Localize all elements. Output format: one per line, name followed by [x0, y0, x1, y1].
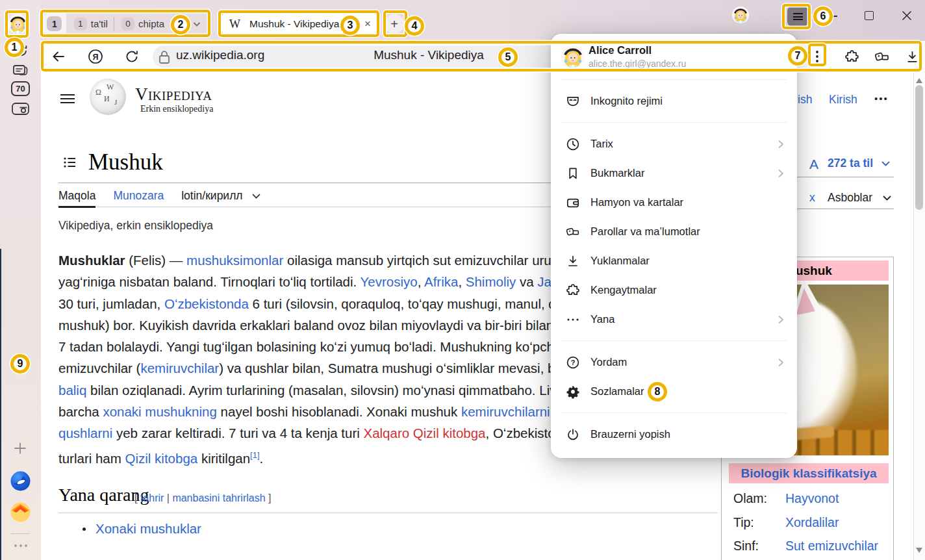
kebab-menu-icon[interactable]	[811, 48, 823, 65]
list-bullet	[82, 528, 86, 531]
profile-avatar[interactable]	[561, 45, 585, 69]
chevron-down-icon[interactable]	[192, 19, 202, 29]
article-link[interactable]: Xalqaro Qizil kitobga	[363, 426, 485, 440]
tab-group-segments[interactable]: 1ta'til0chipta	[66, 17, 164, 31]
tools-link-clipped[interactable]: x	[809, 191, 815, 205]
callout-number-5: 5	[498, 47, 518, 67]
segment-count: 1	[74, 18, 87, 31]
tab-maqola[interactable]: Maqola	[58, 189, 95, 203]
classification-value-link[interactable]: Hayvonot	[785, 491, 839, 506]
menu-item-label: Tarix	[590, 138, 775, 150]
tab-counter-badge[interactable]: 70	[11, 81, 30, 96]
toc-icon[interactable]	[64, 157, 75, 168]
tab-group-segment[interactable]: 0chipta	[121, 18, 164, 31]
chevron-down-icon[interactable]	[251, 193, 261, 199]
classification-label: Tip:	[733, 515, 754, 530]
svg-text:Я: Я	[93, 53, 99, 62]
feed-icon[interactable]	[12, 62, 29, 78]
menu-item-incognito[interactable]: Inkognito rejimi	[551, 86, 797, 116]
menu-items: Inkognito rejimiTarixBukmarklarHamyon va…	[551, 86, 797, 449]
browser-menu-button[interactable]	[787, 6, 808, 27]
menu-item-extensions[interactable]: Kengaytmalar	[551, 275, 797, 305]
wiki-more-icon[interactable]: •••	[874, 93, 889, 104]
menu-item-downloads[interactable]: Yuklanmalar	[551, 246, 797, 275]
sidebar-profile-avatar[interactable]	[8, 13, 28, 35]
classification-value-link[interactable]: Sut emizuvchilar	[785, 539, 878, 554]
menu-item-passwords[interactable]: Parollar va ma’lumotlar	[551, 217, 797, 246]
bracket: ]	[266, 492, 272, 503]
yandex-browser-logo[interactable]	[10, 471, 31, 491]
downloads-icon[interactable]	[904, 49, 920, 65]
edit-source-link[interactable]: manbasini tahrirlash	[172, 492, 265, 503]
tab-group-segment[interactable]: 1ta'til	[74, 18, 108, 31]
pinned-tab-chip[interactable]: 1	[43, 12, 66, 35]
menu-item-bookmarks[interactable]: Bukmarklar	[551, 159, 797, 188]
article-link[interactable]: kemiruvchilar	[140, 361, 219, 375]
menu-item-label: Bukmarklar	[590, 167, 775, 179]
article-link[interactable]: [1]	[250, 450, 259, 460]
callout-number-4: 4	[405, 16, 424, 36]
back-icon[interactable]	[50, 48, 67, 65]
article-link[interactable]: Afrika	[424, 274, 458, 289]
account-link-clipped[interactable]: ish	[798, 93, 812, 107]
article-link[interactable]: kemiruvchilarni	[461, 404, 550, 419]
close-button[interactable]	[901, 10, 913, 21]
article-link[interactable]: Yevrosiyo	[361, 274, 418, 289]
sidebar-add-icon[interactable]	[13, 441, 27, 455]
article-link[interactable]: qushlarni	[58, 426, 112, 440]
article-link[interactable]: mushuksimonlar	[186, 253, 283, 268]
menu-item-more[interactable]: Yana	[551, 305, 797, 334]
reload-icon[interactable]	[123, 48, 140, 65]
menu-item-label: Parollar va ma’lumotlar	[590, 225, 787, 238]
scrollbar-thumb[interactable]	[915, 85, 923, 210]
menu-item-label: Inkognito rejimi	[590, 95, 787, 107]
lang-icon-clipped[interactable]: A	[809, 157, 818, 172]
maximize-button[interactable]	[865, 11, 874, 20]
screenshot-icon[interactable]	[10, 101, 31, 117]
menu-item-help[interactable]: ?Yordam	[551, 348, 797, 377]
login-link[interactable]: Kirish	[829, 93, 857, 107]
tab-lotin[interactable]: lotin/кирилл	[181, 189, 242, 203]
menu-item-quit[interactable]: Brauzerni yopish	[551, 420, 797, 449]
yandex-mail-logo[interactable]	[10, 502, 31, 522]
page-title: Mushuk	[88, 149, 163, 175]
wiki-wordmark[interactable]: Vikipediya	[135, 84, 212, 105]
scroll-up-icon[interactable]	[916, 78, 922, 83]
tools-button[interactable]: Asboblar	[828, 191, 872, 205]
yandex-search-icon[interactable]: Я	[87, 48, 104, 65]
languages-button[interactable]: 272 ta til	[828, 157, 873, 170]
tools-chevron-icon[interactable]	[882, 195, 892, 201]
menu-item-settings[interactable]: Sozlamalar	[551, 377, 797, 406]
active-tab-underline	[58, 206, 95, 208]
gear-icon	[565, 384, 581, 400]
article-link[interactable]: Oʻzbekistonda	[164, 296, 249, 311]
menu-item-label: Brauzerni yopish	[590, 428, 787, 440]
article-link[interactable]: Shimoliy	[466, 274, 516, 289]
see-also-link[interactable]: Xonaki mushuklar	[95, 521, 201, 537]
titlebar-avatar[interactable]	[732, 6, 749, 23]
callout-number-2: 2	[171, 15, 190, 34]
pinned-tab-count: 1	[47, 16, 62, 31]
classification-value-link[interactable]: Xordalilar	[785, 515, 839, 530]
tab-munozara[interactable]: Munozara	[113, 189, 164, 203]
segment-divider	[114, 17, 114, 31]
menu-item-history[interactable]: Tarix	[551, 129, 797, 159]
sidebar-more-icon[interactable]	[13, 543, 29, 548]
article-link[interactable]: xonaki mushukning	[103, 404, 217, 419]
passwords-icon[interactable]	[874, 49, 891, 65]
wiki-hamburger-icon[interactable]	[60, 94, 75, 104]
tab-close-icon[interactable]: ×	[364, 18, 371, 31]
scroll-down-icon[interactable]	[916, 548, 922, 553]
edit-link[interactable]: tahrir	[140, 492, 164, 503]
menu-divider	[561, 122, 787, 123]
article-link[interactable]: Qizil kitobga	[125, 451, 198, 466]
new-tab-button[interactable]: +	[385, 14, 404, 34]
article-link[interactable]: baliq	[58, 383, 86, 398]
extensions-icon[interactable]	[844, 49, 860, 65]
body-line: barcha xonaki mushukning nayel boshi his…	[58, 401, 566, 422]
languages-chevron-icon[interactable]	[881, 160, 891, 167]
wikipedia-logo[interactable]: Ω W И J	[90, 79, 126, 115]
callout-number-6: 6	[813, 6, 833, 26]
bookmark-icon	[565, 166, 581, 181]
menu-item-wallet[interactable]: Hamyon va kartalar	[551, 188, 797, 217]
